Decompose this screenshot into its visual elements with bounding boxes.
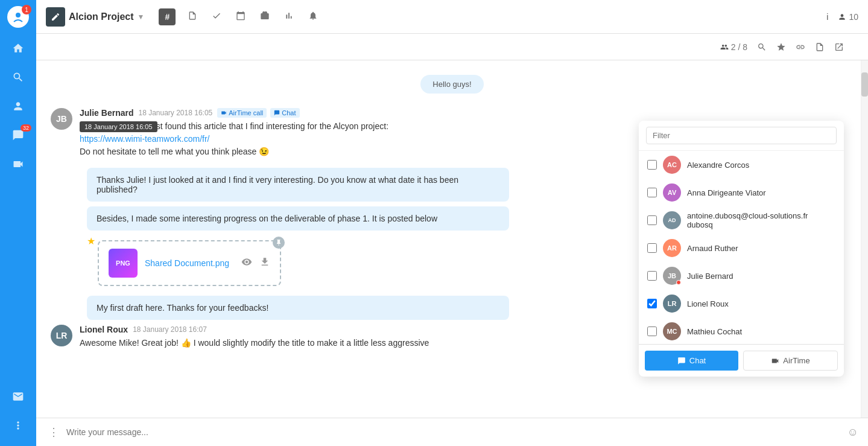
users-icon-group[interactable]: 10 <box>838 12 858 22</box>
message-badges: AirTime call Chat <box>217 108 299 118</box>
file-type-icon: PNG <box>109 249 138 278</box>
member-avatar-julie: JB <box>663 267 681 285</box>
time-tooltip: 18 January 2018 16:05 <box>80 121 157 132</box>
dropdown-filter <box>639 121 844 151</box>
topbar-nav-icons: # <box>159 8 826 25</box>
member-item-alexandre[interactable]: AC Alexandre Corcos <box>639 151 844 179</box>
sidebar: 1 32 <box>0 0 36 446</box>
link-channel-icon[interactable] <box>796 42 805 52</box>
avatar-lionel: LR <box>51 325 72 346</box>
member-avatar-alexandre: AC <box>663 156 681 174</box>
star-icon[interactable]: ★ <box>87 235 95 247</box>
member-avatar-lionel: LR <box>663 295 681 313</box>
search-channel-icon[interactable] <box>757 42 767 52</box>
nav-check-icon[interactable] <box>209 8 224 25</box>
file-attachment: PNG Shared Document.png <box>98 240 281 286</box>
member-item-anna[interactable]: AV Anna Dirigeante Viator <box>639 179 844 206</box>
input-options-icon[interactable]: ⋮ <box>46 423 62 441</box>
message-input[interactable] <box>66 427 843 437</box>
member-name-julie: Julie Bernard <box>687 272 733 281</box>
member-item-julie[interactable]: JB Julie Bernard <box>639 262 844 290</box>
member-checkbox-anna[interactable] <box>647 188 657 197</box>
scrollbar-right <box>854 34 858 60</box>
member-name-mathieu: Mathieu Cochat <box>687 327 742 336</box>
nav-chart-icon[interactable] <box>282 8 296 25</box>
julie-status-dot <box>676 280 681 285</box>
sidebar-item-home[interactable] <box>0 34 36 63</box>
scrollbar-track[interactable] <box>861 60 868 418</box>
sidebar-item-search[interactable] <box>0 63 36 92</box>
chat-button[interactable]: Chat <box>645 351 738 371</box>
preview-icon[interactable] <box>241 256 252 270</box>
sidebar-item-video[interactable] <box>0 150 36 179</box>
member-checkbox-alexandre[interactable] <box>647 160 657 170</box>
filter-input[interactable] <box>646 127 837 144</box>
member-avatar-anna: AV <box>663 183 681 202</box>
member-item-arnaud[interactable]: AR Arnaud Ruther <box>639 234 844 262</box>
member-avatar-arnaud: AR <box>663 239 681 257</box>
bubble-besides: Besides, I made some interesting progres… <box>87 206 509 231</box>
airtime-button[interactable]: AirTime <box>743 351 838 371</box>
nav-briefcase-icon[interactable] <box>258 8 272 25</box>
nav-hash-icon[interactable]: # <box>159 8 176 25</box>
scrollbar-thumb[interactable] <box>861 72 868 97</box>
chat-container: Hello guys! JB Julie Bernard 18 January … <box>36 60 868 418</box>
sidebar-item-more[interactable] <box>0 411 36 440</box>
member-item-mathieu[interactable]: MC Mathieu Cochat <box>639 317 844 344</box>
avatar-julie: JB <box>51 108 72 130</box>
member-checkbox-julie[interactable] <box>647 271 657 281</box>
member-name-anna: Anna Dirigeante Viator <box>687 188 766 197</box>
member-checkbox-arnaud[interactable] <box>647 243 657 253</box>
member-name-antoine: antoine.dubosq@cloud-solutions.fr dubosq <box>687 211 835 229</box>
bubble-draft: My first draft here. Thanks for your fee… <box>87 296 509 320</box>
file-channel-icon[interactable] <box>815 42 825 52</box>
member-item-lionel[interactable]: LR Lionel Roux <box>639 290 844 317</box>
sidebar-item-email[interactable] <box>0 382 36 411</box>
article-link[interactable]: https://www.wimi-teamwork.com/fr/ <box>80 134 209 144</box>
external-channel-icon[interactable] <box>834 42 844 52</box>
svg-point-0 <box>15 12 21 18</box>
emoji-icon[interactable]: ☺ <box>847 426 858 439</box>
airtime-badge: AirTime call <box>217 108 267 118</box>
topbar-right: i 10 <box>826 12 858 22</box>
system-bubble: Hello guys! <box>420 75 483 94</box>
star-channel-icon[interactable] <box>776 42 786 52</box>
member-name-lionel: Lionel Roux <box>687 299 729 308</box>
member-list: AC Alexandre Corcos AV Anna Dirigeante V… <box>639 151 844 344</box>
project-icon <box>46 7 65 27</box>
member-name-alexandre: Alexandre Corcos <box>687 161 749 170</box>
channel-bar: 2 / 8 <box>36 34 868 60</box>
member-avatar-antoine: AD <box>663 211 681 229</box>
dropdown-actions: Chat AirTime <box>639 344 844 377</box>
file-name: Shared Document.png <box>145 258 229 268</box>
sidebar-bottom <box>0 382 36 440</box>
download-icon[interactable] <box>259 256 270 270</box>
file-attachment-wrapper: ★ PNG Shared Document.png <box>87 235 281 291</box>
project-title[interactable]: Alcion Project ▼ <box>46 7 144 27</box>
messages-badge: 32 <box>21 124 31 132</box>
member-name-arnaud: Arnaud Ruther <box>687 244 738 253</box>
bubble-thanks: Thanks Julie! I just looked at it and I … <box>87 168 509 202</box>
member-item-antoine[interactable]: AD antoine.dubosq@cloud-solutions.fr dub… <box>639 206 844 234</box>
chat-badge: Chat <box>270 108 299 118</box>
nav-bell-icon[interactable] <box>306 8 320 25</box>
nav-file-icon[interactable] <box>185 8 200 25</box>
app-logo[interactable]: 1 <box>0 0 36 34</box>
members-dropdown: AC Alexandre Corcos AV Anna Dirigeante V… <box>639 121 844 377</box>
chevron-down-icon: ▼ <box>138 13 145 21</box>
file-actions <box>241 256 270 270</box>
main-content: Alcion Project ▼ # i <box>36 0 868 446</box>
chat-input-area: ⋮ ☺ <box>36 418 868 446</box>
member-avatar-mathieu: MC <box>663 322 681 340</box>
info-icon[interactable]: i <box>826 12 828 22</box>
nav-calendar-icon[interactable] <box>233 8 248 25</box>
notification-badge: 1 <box>22 5 31 14</box>
member-checkbox-lionel[interactable] <box>647 299 657 308</box>
pin-icon <box>273 237 285 249</box>
member-checkbox-mathieu[interactable] <box>647 327 657 336</box>
members-count[interactable]: 2 / 8 <box>720 42 747 52</box>
message-header-julie: Julie Bernard 18 January 2018 16:05 AirT… <box>80 108 854 118</box>
sidebar-item-messages[interactable]: 32 <box>0 121 36 150</box>
sidebar-item-contacts[interactable] <box>0 92 36 121</box>
member-checkbox-antoine[interactable] <box>647 215 657 225</box>
